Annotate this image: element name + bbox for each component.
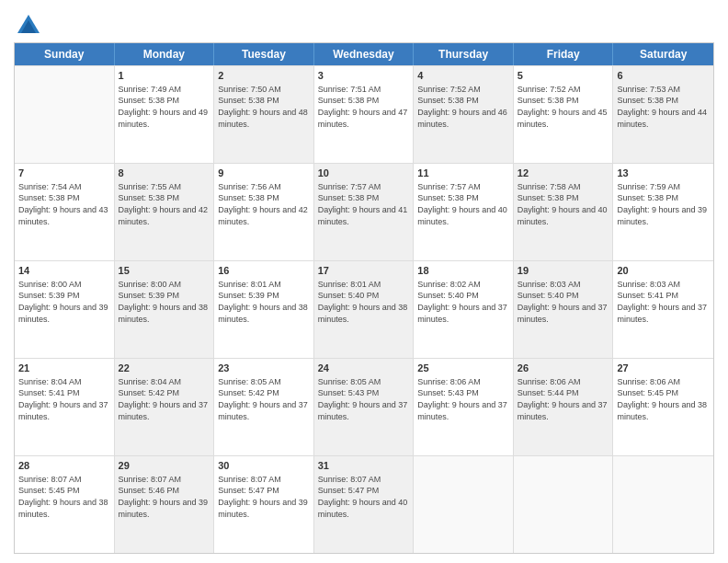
day-number: 3 — [318, 69, 410, 83]
cell-sun-info: Sunrise: 7:51 AM Sunset: 5:38 PM Dayligh… — [318, 84, 410, 130]
day-number: 2 — [218, 69, 310, 83]
calendar-cell: 14Sunrise: 8:00 AM Sunset: 5:39 PM Dayli… — [15, 261, 115, 358]
cell-sun-info: Sunrise: 7:58 AM Sunset: 5:38 PM Dayligh… — [518, 181, 609, 227]
cell-sun-info: Sunrise: 8:02 AM Sunset: 5:40 PM Dayligh… — [417, 279, 509, 325]
cell-sun-info: Sunrise: 8:00 AM Sunset: 5:39 PM Dayligh… — [119, 279, 210, 325]
calendar-header: SundayMondayTuesdayWednesdayThursdayFrid… — [15, 43, 713, 65]
cell-sun-info: Sunrise: 8:04 AM Sunset: 5:42 PM Dayligh… — [119, 376, 210, 422]
day-number: 8 — [119, 167, 210, 180]
calendar-cell: 10Sunrise: 7:57 AM Sunset: 5:38 PM Dayli… — [314, 164, 415, 260]
calendar-cell: 16Sunrise: 8:01 AM Sunset: 5:39 PM Dayli… — [214, 261, 314, 358]
calendar-cell: 9Sunrise: 7:56 AM Sunset: 5:38 PM Daylig… — [214, 164, 314, 260]
cell-sun-info: Sunrise: 8:07 AM Sunset: 5:46 PM Dayligh… — [119, 474, 210, 520]
calendar-cell — [514, 456, 614, 553]
header — [14, 9, 714, 35]
calendar-header-day: Wednesday — [314, 43, 415, 65]
calendar-cell: 15Sunrise: 8:00 AM Sunset: 5:39 PM Dayli… — [115, 261, 215, 358]
calendar-cell: 13Sunrise: 7:59 AM Sunset: 5:38 PM Dayli… — [613, 164, 713, 260]
cell-sun-info: Sunrise: 7:59 AM Sunset: 5:38 PM Dayligh… — [617, 181, 710, 227]
calendar-cell: 8Sunrise: 7:55 AM Sunset: 5:38 PM Daylig… — [115, 164, 215, 260]
calendar-cell: 7Sunrise: 7:54 AM Sunset: 5:38 PM Daylig… — [15, 164, 115, 260]
calendar-cell: 17Sunrise: 8:01 AM Sunset: 5:40 PM Dayli… — [314, 261, 415, 358]
calendar-cell: 11Sunrise: 7:57 AM Sunset: 5:38 PM Dayli… — [414, 164, 514, 260]
calendar-cell: 30Sunrise: 8:07 AM Sunset: 5:47 PM Dayli… — [214, 456, 314, 553]
calendar-cell: 31Sunrise: 8:07 AM Sunset: 5:47 PM Dayli… — [314, 456, 415, 553]
day-number: 21 — [18, 362, 110, 375]
calendar-cell: 12Sunrise: 7:58 AM Sunset: 5:38 PM Dayli… — [514, 164, 614, 260]
cell-sun-info: Sunrise: 8:01 AM Sunset: 5:39 PM Dayligh… — [218, 279, 310, 325]
calendar-body: 1Sunrise: 7:49 AM Sunset: 5:38 PM Daylig… — [15, 65, 713, 553]
day-number: 10 — [318, 167, 410, 180]
calendar-header-day: Thursday — [414, 43, 514, 65]
calendar-cell: 3Sunrise: 7:51 AM Sunset: 5:38 PM Daylig… — [314, 66, 415, 163]
cell-sun-info: Sunrise: 7:56 AM Sunset: 5:38 PM Dayligh… — [218, 181, 310, 227]
calendar-cell: 21Sunrise: 8:04 AM Sunset: 5:41 PM Dayli… — [15, 359, 115, 455]
cell-sun-info: Sunrise: 7:52 AM Sunset: 5:38 PM Dayligh… — [417, 84, 509, 130]
day-number: 19 — [518, 264, 609, 278]
logo — [14, 13, 41, 35]
calendar-header-day: Monday — [115, 43, 215, 65]
calendar-cell: 24Sunrise: 8:05 AM Sunset: 5:43 PM Dayli… — [314, 359, 415, 455]
cell-sun-info: Sunrise: 7:49 AM Sunset: 5:38 PM Dayligh… — [119, 84, 210, 130]
cell-sun-info: Sunrise: 8:01 AM Sunset: 5:40 PM Dayligh… — [318, 279, 410, 325]
cell-sun-info: Sunrise: 7:50 AM Sunset: 5:38 PM Dayligh… — [218, 84, 310, 130]
day-number: 30 — [218, 459, 310, 473]
cell-sun-info: Sunrise: 8:04 AM Sunset: 5:41 PM Dayligh… — [18, 376, 110, 422]
day-number: 6 — [617, 69, 710, 83]
page: SundayMondayTuesdayWednesdayThursdayFrid… — [0, 0, 728, 563]
cell-sun-info: Sunrise: 7:54 AM Sunset: 5:38 PM Dayligh… — [18, 181, 110, 227]
cell-sun-info: Sunrise: 7:57 AM Sunset: 5:38 PM Dayligh… — [417, 181, 509, 227]
calendar-cell: 5Sunrise: 7:52 AM Sunset: 5:38 PM Daylig… — [514, 66, 614, 163]
calendar-cell: 19Sunrise: 8:03 AM Sunset: 5:40 PM Dayli… — [514, 261, 614, 358]
day-number: 9 — [218, 167, 310, 180]
calendar-row: 28Sunrise: 8:07 AM Sunset: 5:45 PM Dayli… — [15, 455, 713, 553]
day-number: 14 — [18, 264, 110, 278]
day-number: 25 — [417, 362, 509, 375]
calendar-cell — [414, 456, 514, 553]
calendar-cell: 26Sunrise: 8:06 AM Sunset: 5:44 PM Dayli… — [514, 359, 614, 455]
calendar-cell: 22Sunrise: 8:04 AM Sunset: 5:42 PM Dayli… — [115, 359, 215, 455]
day-number: 17 — [318, 264, 410, 278]
cell-sun-info: Sunrise: 8:05 AM Sunset: 5:42 PM Dayligh… — [218, 376, 310, 422]
calendar-cell: 2Sunrise: 7:50 AM Sunset: 5:38 PM Daylig… — [214, 66, 314, 163]
calendar-cell: 23Sunrise: 8:05 AM Sunset: 5:42 PM Dayli… — [214, 359, 314, 455]
day-number: 22 — [119, 362, 210, 375]
day-number: 28 — [18, 459, 110, 473]
calendar: SundayMondayTuesdayWednesdayThursdayFrid… — [14, 42, 714, 554]
calendar-cell: 29Sunrise: 8:07 AM Sunset: 5:46 PM Dayli… — [115, 456, 215, 553]
logo-icon — [16, 13, 41, 39]
day-number: 5 — [518, 69, 609, 83]
calendar-cell: 1Sunrise: 7:49 AM Sunset: 5:38 PM Daylig… — [115, 66, 215, 163]
cell-sun-info: Sunrise: 8:03 AM Sunset: 5:41 PM Dayligh… — [617, 279, 710, 325]
calendar-row: 7Sunrise: 7:54 AM Sunset: 5:38 PM Daylig… — [15, 163, 713, 260]
day-number: 26 — [518, 362, 609, 375]
calendar-row: 1Sunrise: 7:49 AM Sunset: 5:38 PM Daylig… — [15, 65, 713, 163]
cell-sun-info: Sunrise: 8:06 AM Sunset: 5:45 PM Dayligh… — [617, 376, 710, 422]
day-number: 1 — [119, 69, 210, 83]
calendar-cell: 25Sunrise: 8:06 AM Sunset: 5:43 PM Dayli… — [414, 359, 514, 455]
day-number: 13 — [617, 167, 710, 180]
day-number: 4 — [417, 69, 509, 83]
day-number: 20 — [617, 264, 710, 278]
day-number: 11 — [417, 167, 509, 180]
cell-sun-info: Sunrise: 7:57 AM Sunset: 5:38 PM Dayligh… — [318, 181, 410, 227]
calendar-cell: 28Sunrise: 8:07 AM Sunset: 5:45 PM Dayli… — [15, 456, 115, 553]
cell-sun-info: Sunrise: 8:03 AM Sunset: 5:40 PM Dayligh… — [518, 279, 609, 325]
calendar-header-day: Friday — [514, 43, 614, 65]
day-number: 27 — [617, 362, 710, 375]
day-number: 31 — [318, 459, 410, 473]
calendar-header-day: Saturday — [613, 43, 713, 65]
day-number: 18 — [417, 264, 509, 278]
day-number: 12 — [518, 167, 609, 180]
calendar-cell: 20Sunrise: 8:03 AM Sunset: 5:41 PM Dayli… — [613, 261, 713, 358]
cell-sun-info: Sunrise: 8:06 AM Sunset: 5:44 PM Dayligh… — [518, 376, 609, 422]
calendar-row: 21Sunrise: 8:04 AM Sunset: 5:41 PM Dayli… — [15, 358, 713, 455]
calendar-cell — [613, 456, 713, 553]
cell-sun-info: Sunrise: 8:00 AM Sunset: 5:39 PM Dayligh… — [18, 279, 110, 325]
calendar-row: 14Sunrise: 8:00 AM Sunset: 5:39 PM Dayli… — [15, 260, 713, 358]
day-number: 15 — [119, 264, 210, 278]
calendar-cell: 27Sunrise: 8:06 AM Sunset: 5:45 PM Dayli… — [613, 359, 713, 455]
cell-sun-info: Sunrise: 7:53 AM Sunset: 5:38 PM Dayligh… — [617, 84, 710, 130]
cell-sun-info: Sunrise: 8:07 AM Sunset: 5:45 PM Dayligh… — [18, 474, 110, 520]
day-number: 16 — [218, 264, 310, 278]
